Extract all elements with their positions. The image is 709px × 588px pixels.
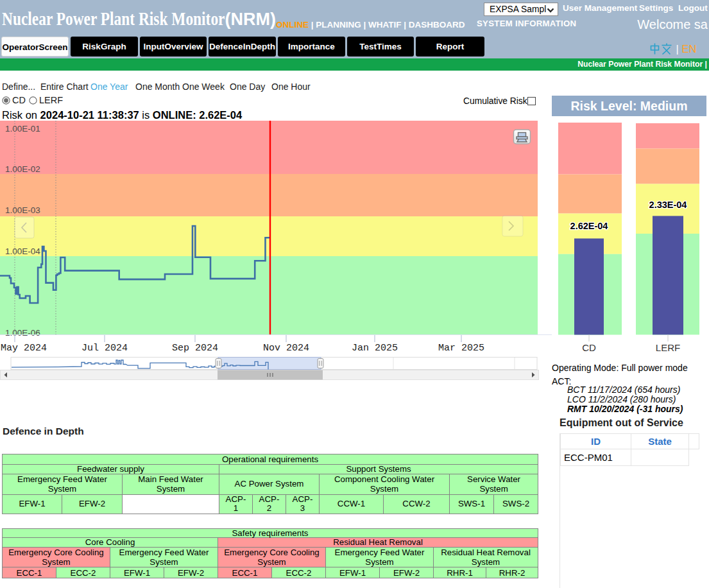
svg-text:1.00E-03: 1.00E-03 [5,205,40,215]
svg-text:Mar 2025: Mar 2025 [438,343,484,353]
svg-text:1.00E-04: 1.00E-04 [5,246,40,256]
svg-text:Jul 2024: Jul 2024 [81,343,128,353]
svg-text:2.33E-04: 2.33E-04 [649,200,687,210]
svg-text:Jan 2025: Jan 2025 [352,343,398,353]
svg-text:1.00E-02: 1.00E-02 [5,164,40,174]
svg-text:LERF: LERF [656,342,680,353]
svg-text:Sep 2024: Sep 2024 [172,343,218,353]
svg-text:Nov 2024: Nov 2024 [263,343,309,353]
svg-text:CD: CD [582,342,596,353]
svg-text:1.00E-06: 1.00E-06 [5,328,40,338]
svg-text:1.00E-01: 1.00E-01 [5,124,40,134]
svg-text:May 2024: May 2024 [1,343,47,353]
svg-text:2.62E-04: 2.62E-04 [570,221,608,231]
